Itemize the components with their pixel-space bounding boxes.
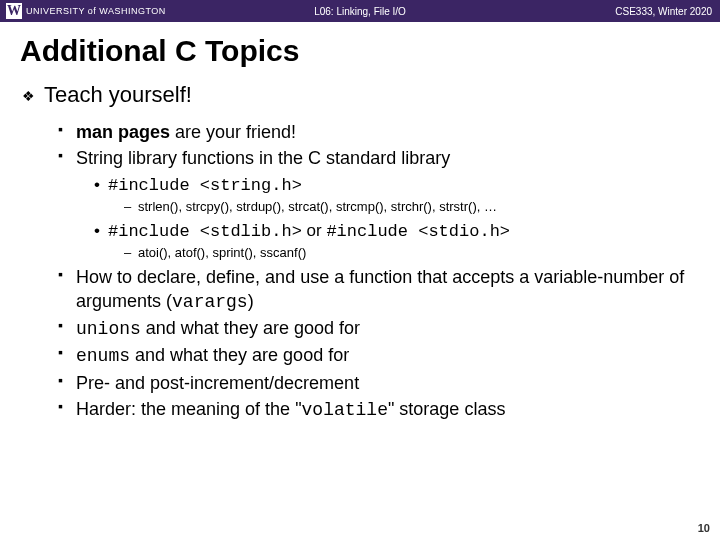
unions-rest: and what they are good for bbox=[141, 318, 360, 338]
include-stdlib-code: #include <stdlib.h> bbox=[108, 222, 302, 241]
item-string-lib: String library functions in the C standa… bbox=[58, 146, 700, 262]
page-number: 10 bbox=[698, 522, 710, 534]
volatile-text-b: " storage class bbox=[388, 399, 505, 419]
bullet-teach-yourself: ❖ Teach yourself! bbox=[22, 82, 700, 110]
unions-code: unions bbox=[76, 319, 141, 339]
item-stdlib-fns: atoi(), atof(), sprint(), sscanf() bbox=[124, 244, 700, 262]
item-varargs: How to declare, define, and use a functi… bbox=[58, 265, 700, 315]
slide-body: Additional C Topics ❖ Teach yourself! ma… bbox=[0, 22, 720, 422]
item-include-stdlib: #include <stdlib.h> or #include <stdio.h… bbox=[94, 219, 700, 263]
course-label: CSE333, Winter 2020 bbox=[615, 6, 720, 17]
volatile-code: volatile bbox=[302, 400, 388, 420]
item-unions: unions and what they are good for bbox=[58, 316, 700, 341]
item-increment: Pre- and post-increment/decrement bbox=[58, 371, 700, 395]
item-volatile: Harder: the meaning of the "volatile" st… bbox=[58, 397, 700, 422]
varargs-text-b: ) bbox=[248, 291, 254, 311]
uw-w-icon: W bbox=[6, 3, 22, 19]
item-string-fns: strlen(), strcpy(), strdup(), strcat(), … bbox=[124, 198, 700, 216]
topic-list: man pages are your friend! String librar… bbox=[58, 120, 700, 422]
varargs-code: varargs bbox=[172, 292, 248, 312]
string-lib-text: String library functions in the C standa… bbox=[76, 148, 450, 168]
volatile-text-a: Harder: the meaning of the " bbox=[76, 399, 302, 419]
include-or: or bbox=[302, 221, 327, 240]
man-pages-strong: man pages bbox=[76, 122, 170, 142]
item-enums: enums and what they are good for bbox=[58, 343, 700, 368]
include-stdio-code: #include <stdio.h> bbox=[326, 222, 510, 241]
item-man-pages: man pages are your friend! bbox=[58, 120, 700, 144]
include-string-code: #include <string.h> bbox=[108, 176, 302, 195]
diamond-bullet-icon: ❖ bbox=[22, 82, 44, 110]
item-include-string: #include <string.h> strlen(), strcpy(), … bbox=[94, 173, 700, 217]
uw-logo-text: UNIVERSITY of WASHINGTON bbox=[26, 6, 166, 16]
enums-code: enums bbox=[76, 346, 130, 366]
enums-rest: and what they are good for bbox=[130, 345, 349, 365]
man-pages-rest: are your friend! bbox=[170, 122, 296, 142]
lecture-label: L06: Linking, File I/O bbox=[314, 6, 406, 17]
slide-title: Additional C Topics bbox=[20, 34, 700, 68]
uw-logo: W UNIVERSITY of WASHINGTON bbox=[0, 3, 166, 19]
teach-yourself-text: Teach yourself! bbox=[44, 82, 192, 108]
varargs-text-a: How to declare, define, and use a functi… bbox=[76, 267, 684, 311]
slide-header: W UNIVERSITY of WASHINGTON L06: Linking,… bbox=[0, 0, 720, 22]
